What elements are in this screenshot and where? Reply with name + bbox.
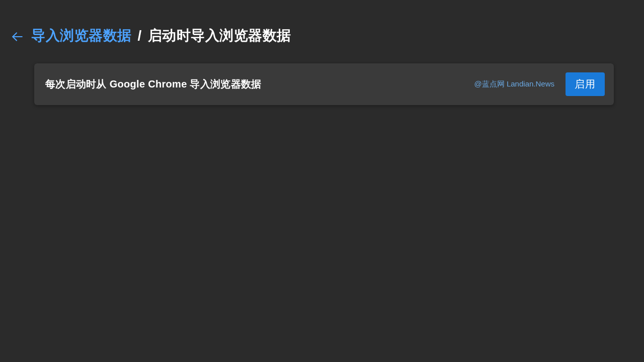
import-on-launch-card: 每次启动时从 Google Chrome 导入浏览器数据 @蓝点网 Landia… [34,63,614,105]
breadcrumb-parent-link[interactable]: 导入浏览器数据 [31,26,132,45]
back-button[interactable] [10,30,24,44]
breadcrumb-current: 启动时导入浏览器数据 [148,26,291,45]
arrow-left-icon [11,30,24,43]
content-area: 每次启动时从 Google Chrome 导入浏览器数据 @蓝点网 Landia… [0,45,644,105]
card-right-group: @蓝点网 Landian.News 启用 [474,72,605,96]
breadcrumb-separator: / [138,28,142,44]
breadcrumb: 导入浏览器数据 / 启动时导入浏览器数据 [31,26,291,45]
enable-button[interactable]: 启用 [566,72,605,96]
watermark-text: @蓝点网 Landian.News [474,79,554,89]
card-title: 每次启动时从 Google Chrome 导入浏览器数据 [45,77,262,91]
page-header: 导入浏览器数据 / 启动时导入浏览器数据 [0,0,644,45]
